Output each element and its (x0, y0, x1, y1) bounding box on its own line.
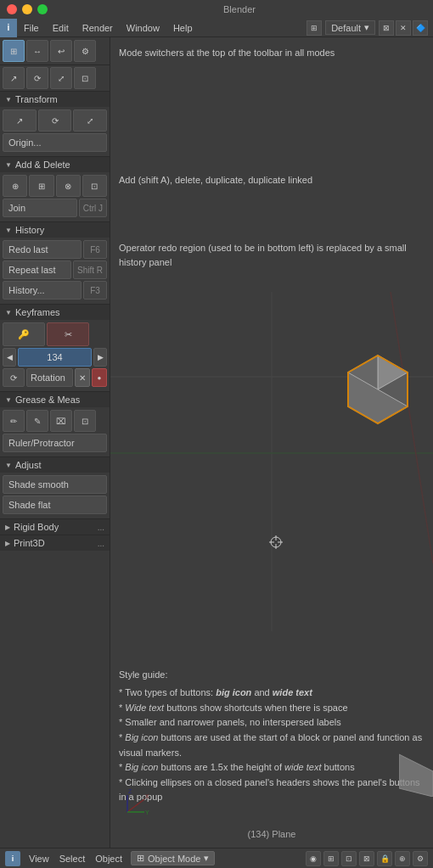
menubar: i File Edit Render Window Help ⊞ Default… (0, 19, 433, 37)
history-btn-row: History... F3 (3, 281, 107, 300)
history-info: Operator redo region (used to be in bott… (119, 241, 425, 269)
expand-icon-btn[interactable]: ⊠ (379, 20, 394, 36)
join-button[interactable]: Join (3, 199, 77, 217)
kf-delete-btn[interactable]: ✂ (47, 322, 89, 346)
kf-insert-btn[interactable]: 🔑 (3, 322, 45, 346)
menu-file[interactable]: File (17, 19, 46, 37)
status-icon-3[interactable]: ⊡ (341, 851, 357, 866)
print3d-arrow: ▶ (5, 540, 10, 547)
mode-icon-4[interactable]: ⚙ (74, 40, 96, 62)
svg-text:Z: Z (128, 788, 132, 794)
shade-smooth-button[interactable]: Shade smooth (3, 475, 107, 494)
minimize-button[interactable] (22, 4, 32, 14)
del-icon-btn[interactable]: ⊗ (56, 175, 81, 197)
style-guide-item-3: * Big icon buttons are used at the start… (119, 731, 425, 760)
svg-line-35 (127, 799, 144, 812)
mode-icon-rotate[interactable]: ↩ (50, 40, 72, 62)
close-icon-btn[interactable]: ✕ (396, 20, 411, 36)
mode-icon-rotate2[interactable]: ⟳ (26, 67, 48, 89)
mode-icon-settings[interactable]: ⊡ (74, 67, 96, 89)
mode-icons-row2: ↗ ⟳ ⤢ ⊡ (0, 65, 110, 91)
rigid-body-dots[interactable]: ... (98, 523, 104, 532)
keyframes-content: 🔑 ✂ ◀ 134 ▶ ⟳ Rotation ✕ ● (0, 320, 110, 391)
shade-flat-button[interactable]: Shade flat (3, 496, 107, 514)
grid-icon-btn[interactable]: ⊞ (306, 20, 322, 36)
redo-last-button[interactable]: Redo last (3, 240, 82, 259)
mode-icon-mesh[interactable]: ⊞ (3, 40, 25, 62)
status-icon-1[interactable]: ◉ (306, 851, 321, 866)
statusbar-nav: View Select Object (25, 854, 126, 864)
print3d-section-header[interactable]: ▶ Print3D ... (0, 535, 110, 551)
rotation-label: Rotation (26, 368, 73, 387)
menu-edit[interactable]: Edit (46, 19, 76, 37)
grab-icon-btn[interactable]: ↗ (3, 109, 37, 132)
history-label: History (15, 225, 44, 235)
scale-icon-btn[interactable]: ⤢ (73, 109, 107, 132)
rigid-body-section-header[interactable]: ▶ Rigid Body ... (0, 518, 110, 535)
grease-icon-3[interactable]: ⌧ (50, 410, 72, 432)
status-icon-4[interactable]: ⊠ (359, 851, 374, 866)
keyframe-icon-row: 🔑 ✂ (3, 322, 107, 346)
menu-render[interactable]: Render (76, 19, 120, 37)
status-icon-6[interactable]: ⊕ (395, 851, 410, 866)
adjust-label: Adjust (15, 460, 42, 470)
kf-prev-btn[interactable]: ◀ (3, 348, 16, 367)
add-delete-icon-row: ⊕ ⊞ ⊗ ⊡ (3, 175, 107, 197)
mode-icon-status: ⊞ (137, 853, 144, 864)
statusbar: i View Select Object ⊞ Object Mode ▾ ◉ ⊞… (0, 848, 433, 868)
engine-selector[interactable]: Default ▾ (325, 20, 375, 35)
add-delete-section-header[interactable]: ▼ Add & Delete (0, 156, 110, 172)
mode-icon-select[interactable]: ↔ (26, 40, 48, 62)
rigid-body-arrow: ▶ (5, 524, 10, 531)
grease-icon-4[interactable]: ⊡ (74, 410, 96, 432)
origin-button[interactable]: Origin... (3, 133, 107, 152)
mode-icon-grab[interactable]: ↗ (3, 67, 25, 89)
info-icon: i (0, 19, 17, 37)
menu-window[interactable]: Window (120, 19, 166, 37)
close-button[interactable] (7, 4, 17, 14)
statusbar-nav-select[interactable]: Select (56, 854, 89, 864)
repeat-last-shortcut: Shift R (73, 260, 107, 279)
main-layout: ⊞ ↔ ↩ ⚙ ↗ ⟳ ⤢ ⊡ ▼ Transform ↗ ⟳ ⤢ Origin… (0, 37, 433, 848)
grease-arrow: ▼ (5, 396, 12, 404)
dup-icon-btn[interactable]: ⊞ (29, 175, 53, 197)
history-section-header[interactable]: ▼ History (0, 221, 110, 238)
style-guide-item-5: * Clicking ellipses on a closed panel's … (119, 776, 425, 805)
viewport[interactable]: Mode switchers at the top of the toolbar… (110, 37, 433, 848)
print3d-dots[interactable]: ... (98, 539, 104, 548)
keyframes-label: Keyframes (15, 307, 60, 317)
grease-icons-row: ✏ ✎ ⌧ ⊡ (3, 410, 107, 432)
status-icon-7[interactable]: ⚙ (413, 851, 428, 866)
adjust-section-header[interactable]: ▼ Adjust (0, 456, 110, 473)
repeat-last-button[interactable]: Repeat last (3, 260, 71, 279)
status-icon-5[interactable]: 🔒 (377, 851, 392, 866)
link-icon-btn[interactable]: ⊡ (82, 175, 107, 197)
blender-icon-btn[interactable]: 🔷 (413, 20, 428, 36)
grease-label: Grease & Meas (15, 395, 80, 405)
menubar-right-icons: ⊠ ✕ 🔷 (379, 20, 428, 36)
kf-next-btn[interactable]: ▶ (93, 348, 107, 367)
rotate-icon-btn[interactable]: ⟳ (38, 109, 72, 132)
grease-section-header[interactable]: ▼ Grease & Meas (0, 391, 110, 407)
rotation-x-button[interactable]: ✕ (75, 368, 90, 387)
maximize-button[interactable] (37, 4, 48, 14)
menu-help[interactable]: Help (166, 19, 200, 37)
grease-icon-2[interactable]: ✎ (26, 410, 48, 432)
statusbar-nav-view[interactable]: View (25, 854, 53, 864)
transform-section-header[interactable]: ▼ Transform (0, 91, 110, 107)
statusbar-nav-object[interactable]: Object (92, 854, 126, 864)
rotation-icon-btn[interactable]: ⟳ (3, 368, 25, 387)
3d-object (340, 351, 416, 428)
grease-icon-1[interactable]: ✏ (3, 410, 25, 432)
rotation-rec-button[interactable]: ● (92, 368, 107, 387)
keyframes-section-header[interactable]: ▼ Keyframes (0, 304, 110, 320)
mode-icon-scale[interactable]: ⤢ (50, 67, 72, 89)
ruler-protractor-button[interactable]: Ruler/Protractor (3, 434, 107, 452)
statusbar-mode-selector[interactable]: ⊞ Object Mode ▾ (131, 851, 215, 865)
add-icon-btn[interactable]: ⊕ (3, 175, 27, 197)
transform-label: Transform (15, 94, 58, 104)
kf-frame-value[interactable]: 134 (18, 348, 92, 367)
status-icon-2[interactable]: ⊞ (323, 851, 339, 866)
svg-marker-46 (399, 754, 433, 797)
history-button[interactable]: History... (3, 281, 82, 300)
